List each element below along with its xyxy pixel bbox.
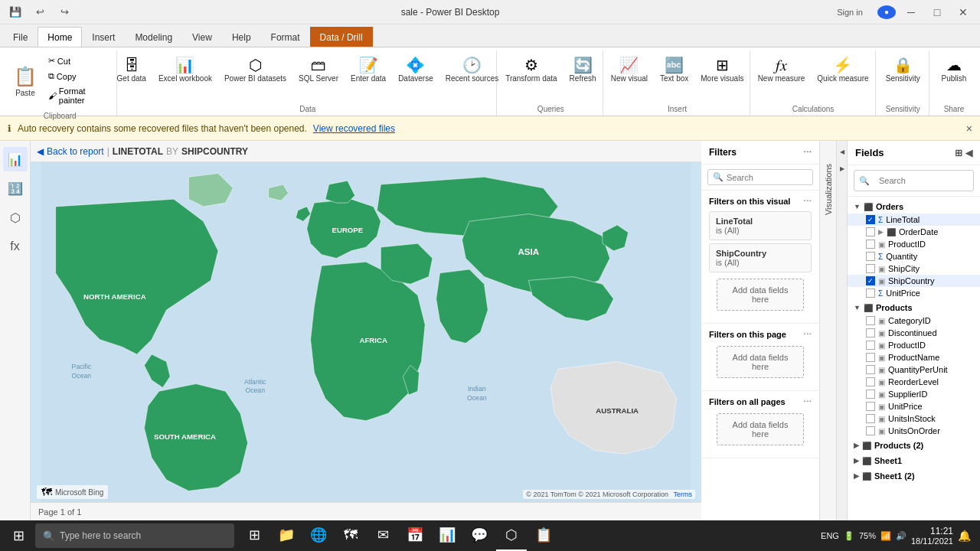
collapse-fields-btn[interactable]: ◀: [965, 148, 972, 158]
checkbox-unitprice-products[interactable]: [866, 402, 875, 411]
add-data-all-pages[interactable]: Add data fields here: [717, 413, 804, 445]
tab-insert[interactable]: Insert: [82, 27, 125, 47]
checkbox-qtyperunit[interactable]: [866, 365, 875, 374]
maximize-button[interactable]: □: [926, 5, 948, 20]
checkbox-shipcity[interactable]: [866, 264, 875, 273]
transform-data-button[interactable]: ⚙ Transform data: [500, 54, 562, 86]
sheet1-2-group-header[interactable]: ▶ ⬛ Sheet1 (2): [848, 469, 980, 483]
filter-all-pages-more[interactable]: ⋯: [803, 397, 812, 407]
filter-on-page-more[interactable]: ⋯: [803, 330, 812, 340]
checkbox-orderdate[interactable]: [866, 227, 875, 236]
tree-item-unitprice-products[interactable]: ▣ UnitPrice: [848, 400, 980, 412]
tree-item-productid[interactable]: ▣ ProductID: [848, 238, 980, 250]
tree-item-unitprice-orders[interactable]: Σ UnitPrice: [848, 287, 980, 299]
checkbox-categoryid[interactable]: [866, 316, 875, 325]
sensitivity-button[interactable]: 🔒 Sensitivity: [880, 54, 926, 86]
checkbox-productid[interactable]: [866, 240, 875, 249]
data-view-icon[interactable]: 🔢: [3, 176, 28, 201]
redo-button[interactable]: ↪: [55, 5, 74, 20]
excel-button[interactable]: 📊 Excel workbook: [153, 54, 217, 86]
tree-item-qtyperunit[interactable]: ▣ QuantityPerUnit: [848, 364, 980, 376]
collapse-left-btn[interactable]: ◀: [838, 144, 847, 159]
taskbar-search[interactable]: 🔍 Type here to search: [35, 523, 234, 548]
tree-item-linetotal[interactable]: ✓ Σ LineTotal: [848, 214, 980, 226]
checkbox-shipcountry[interactable]: ✓: [866, 276, 875, 285]
filter-more-icon[interactable]: ⋯: [803, 148, 812, 158]
checkbox-productid-products[interactable]: [866, 341, 875, 350]
filter-linetotal[interactable]: LineTotal is (All): [709, 211, 812, 240]
tree-item-shipcity[interactable]: ▣ ShipCity: [848, 262, 980, 275]
enter-data-button[interactable]: 📝 Enter data: [345, 54, 391, 86]
tree-item-quantity[interactable]: Σ Quantity: [848, 250, 980, 262]
checkbox-discontinued[interactable]: [866, 328, 875, 337]
expand-fields-btn[interactable]: ⊞: [955, 148, 962, 158]
undo-button[interactable]: ↩: [31, 5, 49, 20]
tree-item-unitsinstock[interactable]: ▣ UnitsInStock: [848, 412, 980, 425]
tree-item-supplierid[interactable]: ▣ SupplierID: [848, 388, 980, 400]
checkbox-productname[interactable]: [866, 353, 875, 362]
taskbar-edge[interactable]: 🌐: [303, 520, 334, 551]
taskbar-mail[interactable]: ✉: [368, 520, 398, 551]
tab-view[interactable]: View: [182, 27, 222, 47]
products2-group-header[interactable]: ▶ ⬛ Products (2): [848, 439, 980, 452]
taskbar-teams[interactable]: 💬: [464, 520, 495, 551]
filter-on-visual-more[interactable]: ⋯: [803, 197, 812, 207]
filter-search-box[interactable]: 🔍: [707, 169, 813, 185]
checkbox-unitsinstock[interactable]: [866, 414, 875, 423]
text-box-button[interactable]: 🔤 Text box: [655, 54, 694, 86]
save-qat-button[interactable]: 💾: [6, 5, 24, 20]
powerbi-datasets-button[interactable]: ⬡ Power BI datasets: [219, 54, 292, 86]
new-measure-button[interactable]: 𝑓𝑥 New measure: [753, 54, 811, 86]
tree-item-discontinued[interactable]: ▣ Discontinued: [848, 327, 980, 339]
checkbox-linetotal[interactable]: ✓: [866, 215, 875, 224]
taskbar-calendar[interactable]: 📅: [400, 520, 430, 551]
tree-item-reorderlevel[interactable]: ▣ ReorderLevel: [848, 376, 980, 388]
tree-item-categoryid[interactable]: ▣ CategoryID: [848, 315, 980, 327]
close-button[interactable]: ✕: [952, 5, 974, 20]
view-recovered-link[interactable]: View recovered files: [313, 123, 395, 134]
dataverse-button[interactable]: 💠 Dataverse: [393, 54, 439, 86]
taskbar-stats[interactable]: 📊: [432, 520, 462, 551]
report-view-icon[interactable]: 📊: [3, 147, 28, 171]
sign-in-button[interactable]: Sign in: [827, 5, 873, 20]
checkbox-supplierid[interactable]: [866, 390, 875, 399]
quick-measure-button[interactable]: ⚡ Quick measure: [812, 54, 874, 86]
fields-search-box[interactable]: 🔍: [854, 170, 974, 191]
tree-item-orderdate[interactable]: ▶ ⬛ OrderDate: [848, 226, 980, 238]
taskbar-maps[interactable]: 🗺: [335, 520, 366, 551]
user-avatar[interactable]: ●: [877, 5, 896, 19]
get-data-button[interactable]: 🗄 Get data: [112, 54, 152, 86]
tree-item-shipcountry[interactable]: ✓ ▣ ShipCountry: [848, 275, 980, 287]
refresh-button[interactable]: 🔄 Refresh: [564, 54, 602, 86]
tab-format[interactable]: Format: [261, 27, 310, 47]
start-button[interactable]: ⊞: [3, 520, 34, 551]
fields-search-input[interactable]: [873, 173, 969, 188]
notification-icon[interactable]: 🔔: [958, 530, 971, 542]
publish-button[interactable]: ☁ Publish: [936, 54, 972, 86]
filter-shipcountry[interactable]: ShipCountry is (All): [709, 243, 812, 272]
taskbar-ppt[interactable]: 📋: [528, 520, 559, 551]
copy-button[interactable]: ⧉ Copy: [44, 69, 113, 83]
cut-button[interactable]: ✂ Cut: [44, 54, 113, 68]
model-view-icon[interactable]: ⬡: [3, 205, 28, 230]
checkbox-reorderlevel[interactable]: [866, 377, 875, 386]
orders-group-header[interactable]: ▼ ⬛ Orders: [848, 200, 980, 214]
tab-modeling[interactable]: Modeling: [125, 27, 182, 47]
checkbox-unitprice-orders[interactable]: [866, 289, 875, 298]
tab-file[interactable]: File: [3, 27, 38, 47]
more-visuals-button[interactable]: ⊞ More visuals: [695, 54, 749, 86]
tab-data-drill[interactable]: Data / Drill: [310, 27, 373, 47]
format-painter-button[interactable]: 🖌 Format painter: [44, 84, 113, 107]
products-group-header[interactable]: ▼ ⬛ Products: [848, 301, 980, 315]
tree-item-unitsonorder[interactable]: ▣ UnitsOnOrder: [848, 425, 980, 437]
sheet1-group-header[interactable]: ▶ ⬛ Sheet1: [848, 454, 980, 468]
checkbox-unitsonorder[interactable]: [866, 426, 875, 435]
checkbox-quantity[interactable]: [866, 252, 875, 261]
taskbar-taskview[interactable]: ⊞: [239, 520, 270, 551]
terms-link[interactable]: Terms: [674, 491, 693, 498]
add-data-visual[interactable]: Add data fields here: [717, 279, 804, 311]
collapse-right-btn[interactable]: ▶: [838, 161, 847, 176]
map-container[interactable]: NORTH AMERICA SOUTH AMERICA EUROPE AFRIC…: [31, 162, 701, 502]
sql-server-button[interactable]: 🗃 SQL Server: [293, 54, 344, 86]
minimize-button[interactable]: ─: [900, 5, 922, 20]
